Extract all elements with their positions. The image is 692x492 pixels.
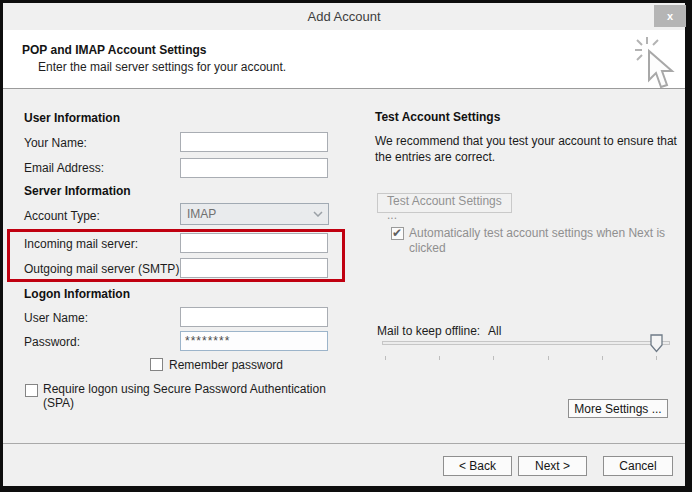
slider-tick-marks (385, 356, 657, 360)
window-title: Add Account (3, 3, 685, 30)
close-button[interactable]: x (654, 5, 686, 27)
next-button[interactable]: Next > (518, 456, 587, 476)
your-name-label: Your Name: (24, 136, 87, 150)
outgoing-mail-server-input[interactable] (180, 258, 328, 278)
spa-checkbox[interactable] (25, 384, 38, 397)
slider-thumb[interactable] (650, 334, 663, 357)
footer-divider (3, 443, 685, 444)
remember-password-label: Remember password (169, 358, 283, 372)
chevron-down-icon (308, 204, 328, 224)
cursor-click-icon (634, 36, 680, 98)
mail-offline-value: All (488, 324, 501, 338)
back-button[interactable]: < Back (443, 456, 512, 476)
auto-test-checkbox (391, 227, 404, 240)
test-account-description: We recommend that you test your account … (375, 133, 683, 165)
test-account-settings-button: Test Account Settings ... (377, 193, 512, 213)
incoming-mail-server-label: Incoming mail server: (24, 237, 138, 251)
remember-password-checkbox[interactable] (150, 358, 163, 371)
email-address-input[interactable] (180, 158, 328, 178)
incoming-mail-server-input[interactable] (180, 233, 328, 253)
password-label: Password: (24, 335, 80, 349)
email-address-label: Email Address: (24, 161, 104, 175)
header-banner: POP and IMAP Account Settings Enter the … (3, 30, 685, 89)
outgoing-mail-server-label: Outgoing mail server (SMTP): (24, 262, 183, 276)
more-settings-button[interactable]: More Settings ... (568, 399, 668, 418)
page-title: POP and IMAP Account Settings (22, 43, 206, 57)
cancel-button[interactable]: Cancel (603, 456, 673, 476)
account-type-value: IMAP (181, 207, 216, 221)
mail-offline-label: Mail to keep offline: (377, 324, 480, 338)
spa-label: Require logon using Secure Password Auth… (43, 382, 348, 410)
section-user-information: User Information (24, 111, 120, 125)
account-type-dropdown: IMAP (180, 203, 329, 225)
page-subtitle: Enter the mail server settings for your … (38, 60, 286, 74)
account-type-label: Account Type: (24, 209, 100, 223)
section-test-account-settings: Test Account Settings (375, 110, 500, 124)
user-name-input[interactable] (180, 307, 328, 327)
auto-test-label: Automatically test account settings when… (409, 226, 677, 256)
section-server-information: Server Information (24, 184, 131, 198)
title-bar: Add Account (3, 3, 685, 30)
password-input[interactable] (180, 331, 328, 351)
your-name-input[interactable] (180, 132, 328, 152)
user-name-label: User Name: (24, 311, 88, 325)
section-logon-information: Logon Information (24, 287, 130, 301)
mail-offline-slider[interactable] (382, 341, 670, 345)
